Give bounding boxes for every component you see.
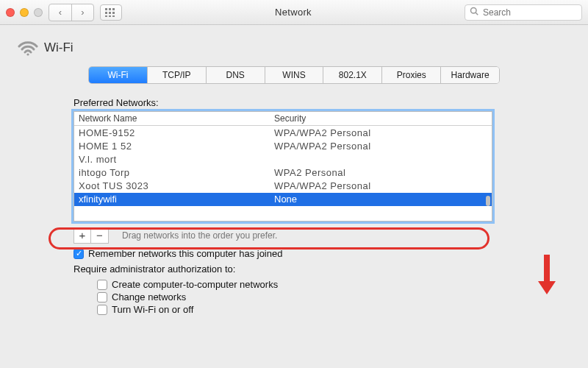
add-remove-bar: + − Drag networks into the order you pre… [74,227,572,244]
require-option-checkbox[interactable] [97,305,107,315]
svg-point-9 [471,8,477,14]
svg-line-10 [476,13,478,15]
tab-wins[interactable]: WINS [265,67,323,83]
network-row[interactable]: xfinitywifiNone [74,193,492,206]
network-row[interactable]: HOME-9152WPA/WPA2 Personal [74,127,492,140]
show-all-button[interactable] [100,4,122,21]
svg-rect-6 [105,15,107,17]
network-list[interactable]: HOME-9152WPA/WPA2 PersonalHOME 1 52WPA/W… [74,127,492,221]
forward-button[interactable]: › [71,4,93,21]
network-security-cell: WPA/WPA2 Personal [274,127,487,140]
add-network-button[interactable]: + [74,227,91,244]
network-name-cell: HOME 1 52 [79,140,274,153]
network-name-cell: xfinitywifi [79,193,274,206]
titlebar: ‹ › Network [0,0,588,25]
column-security[interactable]: Security [274,113,487,124]
search-icon [470,7,478,18]
tab-hardware[interactable]: Hardware [440,67,499,83]
svg-rect-0 [105,8,107,10]
network-name-cell: V.l. mort [79,153,274,166]
preferred-networks-table[interactable]: Network Name Security HOME-9152WPA/WPA2 … [74,111,492,222]
require-option-row[interactable]: Turn Wi-Fi on or off [97,304,572,315]
search-field[interactable] [465,4,582,21]
drag-hint-label: Drag networks into the order you prefer. [122,230,277,241]
network-security-cell [274,153,487,166]
require-option-checkbox[interactable] [97,280,107,290]
tab-dns[interactable]: DNS [206,67,265,83]
svg-rect-7 [109,15,111,17]
svg-rect-3 [105,12,107,14]
remember-networks-label: Remember networks this computer has join… [88,248,282,259]
svg-rect-1 [109,8,111,10]
network-name-cell: HOME-9152 [79,127,274,140]
svg-point-11 [26,53,29,55]
remember-networks-row[interactable]: Remember networks this computer has join… [74,248,572,259]
search-input[interactable] [481,7,577,18]
require-option-row[interactable]: Change networks [97,291,572,302]
network-security-cell: WPA/WPA2 Personal [274,180,487,193]
heading-label: Wi-Fi [44,40,74,55]
network-row[interactable]: ihtogo TorpWPA2 Personal [74,166,492,180]
require-option-label: Change networks [112,291,186,302]
tab-wi-fi[interactable]: Wi-Fi [89,67,147,83]
require-admin-label: Require administrator authorization to: [74,263,572,275]
require-option-checkbox[interactable] [97,292,107,302]
content-area: Wi-Fi Wi-FiTCP/IPDNSWINS802.1XProxiesHar… [0,25,588,368]
network-row[interactable]: V.l. mort [74,153,492,166]
network-row[interactable]: HOME 1 52WPA/WPA2 Personal [74,140,492,153]
window-title: Network [128,7,459,18]
settings-tabs: Wi-FiTCP/IPDNSWINS802.1XProxiesHardware [88,66,500,84]
require-option-label: Create computer-to-computer networks [112,279,278,290]
svg-marker-13 [538,281,556,294]
tab-proxies[interactable]: Proxies [381,67,440,83]
zoom-window-button[interactable] [34,8,43,17]
svg-rect-2 [112,8,115,10]
network-security-cell: WPA2 Personal [274,166,487,180]
preferred-networks-label: Preferred Networks: [74,97,572,108]
minimize-window-button[interactable] [20,8,29,17]
wifi-icon [18,40,38,56]
column-network-name[interactable]: Network Name [79,113,274,124]
remember-networks-checkbox[interactable] [74,249,84,259]
network-security-cell: WPA/WPA2 Personal [274,140,487,153]
network-name-cell: Xoot TUS 3023 [79,180,274,193]
remove-network-button[interactable]: − [91,227,109,244]
close-window-button[interactable] [6,8,15,17]
window-traffic-lights [6,8,43,17]
svg-rect-4 [109,12,111,14]
table-header: Network Name Security [74,112,492,126]
nav-back-forward: ‹ › [49,4,94,21]
require-option-label: Turn Wi-Fi on or off [112,304,193,315]
svg-rect-8 [112,15,115,17]
annotation-red-arrow-icon [537,253,557,297]
network-row[interactable]: Xoot TUS 3023WPA/WPA2 Personal [74,180,492,193]
svg-rect-5 [112,12,115,14]
page-heading: Wi-Fi [18,40,572,56]
tab-802-1x[interactable]: 802.1X [323,67,381,83]
network-name-cell: ihtogo Torp [79,166,274,180]
scroll-thumb[interactable] [486,196,490,206]
tab-tcp-ip[interactable]: TCP/IP [147,67,206,83]
back-button[interactable]: ‹ [49,4,71,21]
network-security-cell: None [274,193,487,206]
require-option-row[interactable]: Create computer-to-computer networks [97,279,572,290]
